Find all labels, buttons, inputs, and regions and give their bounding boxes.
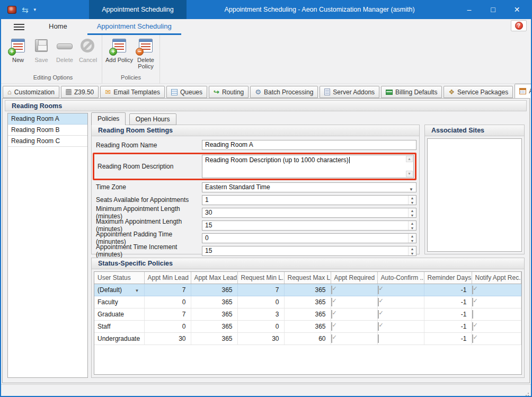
- associated-sites-list[interactable]: [427, 138, 522, 252]
- col-appt-min-lead[interactable]: Appt Min Lead ...: [144, 272, 191, 284]
- seats-available-stepper[interactable]: 1 ▲▼: [202, 195, 416, 205]
- resize-grip[interactable]: [528, 393, 529, 394]
- cell-appt-min[interactable]: 7: [144, 308, 191, 320]
- col-request-max[interactable]: Request Max L...: [284, 272, 331, 284]
- table-row-default[interactable]: (Default)▼ 7 365 7 365 -1: [94, 284, 521, 296]
- reading-room-description-textarea[interactable]: Reading Room Description (up to 1000 cha…: [202, 155, 414, 178]
- spinner-buttons[interactable]: ▲▼: [408, 221, 416, 230]
- tab-appointment-scheduling[interactable]: Appointment Scheduling: [515, 84, 532, 98]
- ribbon-tab-home[interactable]: Home: [39, 19, 77, 35]
- notify-appt-checkbox[interactable]: [472, 298, 473, 306]
- col-request-min[interactable]: Request Min L...: [237, 272, 284, 284]
- auto-confirm-checkbox[interactable]: [378, 286, 379, 294]
- appt-required-checkbox[interactable]: [331, 334, 332, 343]
- notify-appt-checkbox[interactable]: [472, 310, 473, 319]
- cell-user-status[interactable]: Undergraduate: [94, 332, 144, 345]
- cell-request-max[interactable]: 365: [284, 284, 331, 296]
- tab-open-hours[interactable]: Open Hours: [129, 113, 176, 125]
- scroll-up-icon[interactable]: ▲: [406, 156, 413, 162]
- cell-user-status[interactable]: Graduate: [94, 308, 144, 320]
- cell-reminder-days[interactable]: -1: [424, 284, 472, 296]
- cell-request-max[interactable]: 365: [284, 296, 331, 308]
- notify-appt-checkbox[interactable]: [472, 334, 473, 343]
- add-policy-button[interactable]: + Add Policy: [105, 37, 133, 63]
- appointment-padding-time-stepper[interactable]: 0 ▲▼: [202, 233, 416, 243]
- delete-button[interactable]: Delete: [54, 37, 75, 63]
- cancel-button[interactable]: Cancel: [77, 37, 99, 63]
- cell-appt-min[interactable]: 30: [144, 332, 191, 345]
- auto-confirm-checkbox[interactable]: [378, 298, 379, 306]
- tab-service-packages[interactable]: Service Packages: [444, 86, 513, 98]
- time-zone-dropdown[interactable]: Eastern Standard Time ▼: [202, 182, 416, 192]
- cell-appt-max[interactable]: 365: [191, 308, 237, 320]
- cell-request-min[interactable]: 3: [237, 308, 284, 320]
- col-reminder-days[interactable]: Reminder Days: [424, 272, 472, 284]
- help-button[interactable]: ?: [511, 20, 527, 31]
- appt-required-checkbox[interactable]: [331, 286, 332, 294]
- appt-required-checkbox[interactable]: [331, 310, 332, 319]
- col-appt-required[interactable]: Appt Required: [331, 272, 377, 284]
- cell-reminder-days[interactable]: -1: [424, 320, 472, 332]
- scroll-down-icon[interactable]: ▼: [406, 171, 413, 177]
- hamburger-menu-icon[interactable]: [14, 24, 24, 30]
- cell-request-min[interactable]: 30: [237, 332, 284, 345]
- spinner-buttons[interactable]: ▲▼: [408, 208, 416, 217]
- maximize-button[interactable]: □: [481, 0, 505, 19]
- cell-appt-min[interactable]: 0: [144, 296, 191, 308]
- list-item-reading-room-a[interactable]: Reading Room A: [8, 113, 87, 125]
- minimize-button[interactable]: –: [457, 0, 481, 19]
- ribbon-tab-appointment-scheduling[interactable]: Appointment Scheduling: [87, 19, 181, 35]
- notify-appt-checkbox[interactable]: [472, 286, 473, 294]
- notify-appt-checkbox[interactable]: [472, 322, 473, 331]
- undo-redo-icon[interactable]: ⇆: [22, 6, 29, 14]
- save-button[interactable]: Save: [31, 37, 52, 63]
- col-notify-appt[interactable]: Notify Appt Rec...: [472, 272, 521, 284]
- cell-request-max[interactable]: 365: [284, 320, 331, 332]
- tab-customization[interactable]: Customization: [3, 86, 59, 98]
- list-item-reading-room-c[interactable]: Reading Room C: [8, 136, 87, 147]
- cell-user-status[interactable]: Staff: [94, 320, 144, 332]
- cell-request-min[interactable]: 0: [237, 320, 284, 332]
- reading-room-name-input[interactable]: Reading Room A: [202, 140, 416, 150]
- col-appt-max-lead[interactable]: Appt Max Lead...: [191, 272, 237, 284]
- tab-queues[interactable]: Queues: [166, 86, 207, 98]
- table-row-undergraduate[interactable]: Undergraduate 30 365 30 60 -1: [94, 332, 521, 345]
- tab-email-templates[interactable]: Email Templates: [100, 86, 165, 98]
- cell-request-min[interactable]: 0: [237, 296, 284, 308]
- delete-policy-button[interactable]: − Delete Policy: [135, 37, 156, 69]
- auto-confirm-checkbox[interactable]: [378, 322, 379, 331]
- tab-batch-processing[interactable]: Batch Processing: [250, 86, 318, 98]
- auto-confirm-checkbox[interactable]: [378, 310, 379, 319]
- cell-appt-max[interactable]: 365: [191, 284, 237, 296]
- table-row-staff[interactable]: Staff 0 365 0 365 -1: [94, 320, 521, 332]
- cell-appt-max[interactable]: 365: [191, 296, 237, 308]
- cell-appt-max[interactable]: 365: [191, 320, 237, 332]
- appt-required-checkbox[interactable]: [331, 322, 332, 331]
- list-item-reading-room-b[interactable]: Reading Room B: [8, 125, 87, 136]
- tab-policies[interactable]: Policies: [91, 112, 126, 125]
- cell-reminder-days[interactable]: -1: [424, 296, 472, 308]
- tab-billing-defaults[interactable]: Billing Defaults: [381, 86, 442, 98]
- cell-appt-min[interactable]: 0: [144, 320, 191, 332]
- max-appointment-length-stepper[interactable]: 15 ▲▼: [202, 220, 416, 231]
- col-user-status[interactable]: User Status: [94, 272, 144, 284]
- spinner-buttons[interactable]: ▲▼: [408, 246, 416, 255]
- cell-reminder-days[interactable]: -1: [424, 308, 472, 320]
- tab-server-addons[interactable]: Server Addons: [320, 86, 379, 98]
- tab-z3950[interactable]: Z39.50: [61, 86, 99, 98]
- tab-routing[interactable]: Routing: [209, 86, 249, 98]
- cell-request-max[interactable]: 60: [284, 332, 331, 345]
- new-button[interactable]: + New: [7, 37, 29, 63]
- spinner-buttons[interactable]: ▲▼: [408, 234, 416, 243]
- cell-user-status[interactable]: (Default)▼: [94, 284, 144, 296]
- chevron-down-icon[interactable]: ▼: [409, 185, 413, 194]
- titlebar-module-tab[interactable]: Appointment Scheduling: [89, 0, 187, 19]
- spinner-buttons[interactable]: ▲▼: [408, 196, 416, 205]
- cell-appt-min[interactable]: 7: [144, 284, 191, 296]
- chevron-down-icon[interactable]: ▼: [135, 288, 139, 293]
- close-button[interactable]: ✕: [505, 0, 529, 19]
- col-auto-confirm[interactable]: Auto-Confirm ...: [377, 272, 424, 284]
- appt-required-checkbox[interactable]: [331, 298, 332, 306]
- cell-reminder-days[interactable]: -1: [424, 332, 472, 345]
- cell-appt-max[interactable]: 365: [191, 332, 237, 345]
